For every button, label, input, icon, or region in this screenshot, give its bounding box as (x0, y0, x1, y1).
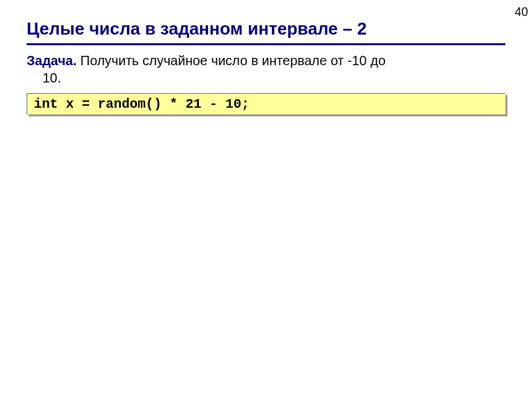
task-label: Задача. (27, 53, 76, 68)
page-number: 40 (515, 5, 528, 19)
code-block: int x = random() * 21 - 10; (27, 93, 505, 114)
task-text-line1: Получить случайное число в интервале от … (76, 53, 386, 68)
task-text-line2: 10. (27, 69, 505, 86)
slide-title: Целые числа в заданном интервале – 2 (27, 19, 505, 45)
task-description: Задача. Получить случайное число в интер… (27, 52, 505, 86)
